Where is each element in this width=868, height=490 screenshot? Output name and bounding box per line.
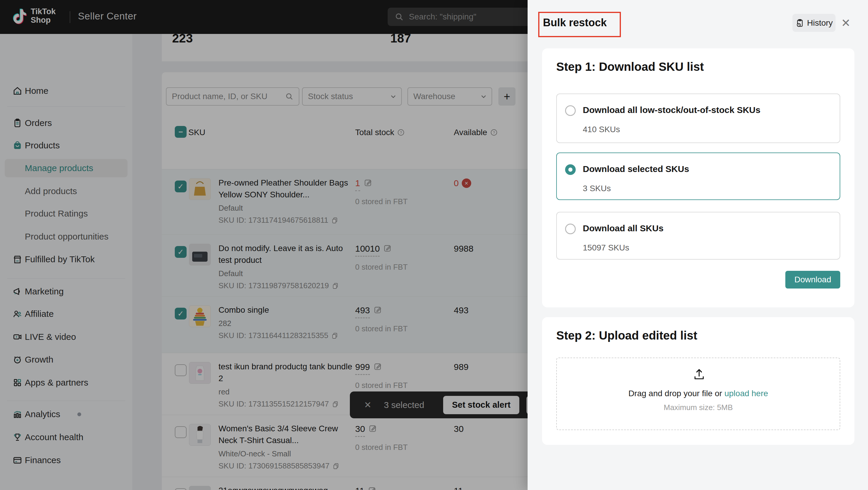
option-sku-count: 410 SKUs bbox=[583, 125, 620, 134]
option-download-all[interactable]: Download all SKUs 15097 SKUs bbox=[556, 212, 840, 260]
file-dropzone[interactable]: Drag and drop your file or upload here M… bbox=[556, 358, 840, 430]
close-icon[interactable]: ✕ bbox=[841, 17, 850, 30]
history-label: History bbox=[807, 18, 833, 28]
option-sku-count: 15097 SKUs bbox=[583, 243, 629, 253]
radio-unselected[interactable] bbox=[565, 105, 576, 116]
option-sku-count: 3 SKUs bbox=[583, 184, 611, 193]
step2-card: Step 2: Upload edited list Drag and drop… bbox=[542, 317, 855, 445]
step1-card: Step 1: Download SKU list Download all l… bbox=[542, 48, 855, 307]
max-size-text: Maximum size: 5MB bbox=[557, 403, 840, 412]
bulk-restock-panel: Bulk restock History ✕ Step 1: Download … bbox=[528, 0, 868, 490]
download-button[interactable]: Download bbox=[785, 271, 840, 289]
history-button[interactable]: History bbox=[793, 14, 836, 32]
option-download-selected[interactable]: Download selected SKUs 3 SKUs bbox=[556, 153, 840, 200]
dropzone-text: Drag and drop your file or bbox=[628, 389, 722, 398]
radio-unselected[interactable] bbox=[565, 224, 576, 234]
upload-icon bbox=[692, 367, 706, 381]
annotation-highlight-box bbox=[538, 12, 621, 37]
step2-title: Step 2: Upload edited list bbox=[556, 328, 698, 342]
step1-title: Step 1: Download SKU list bbox=[556, 60, 704, 74]
upload-here-link[interactable]: upload here bbox=[724, 389, 768, 398]
radio-selected[interactable] bbox=[565, 164, 576, 175]
option-download-low-stock[interactable]: Download all low-stock/out-of-stock SKUs… bbox=[556, 94, 840, 143]
history-clipboard-icon bbox=[795, 19, 804, 27]
